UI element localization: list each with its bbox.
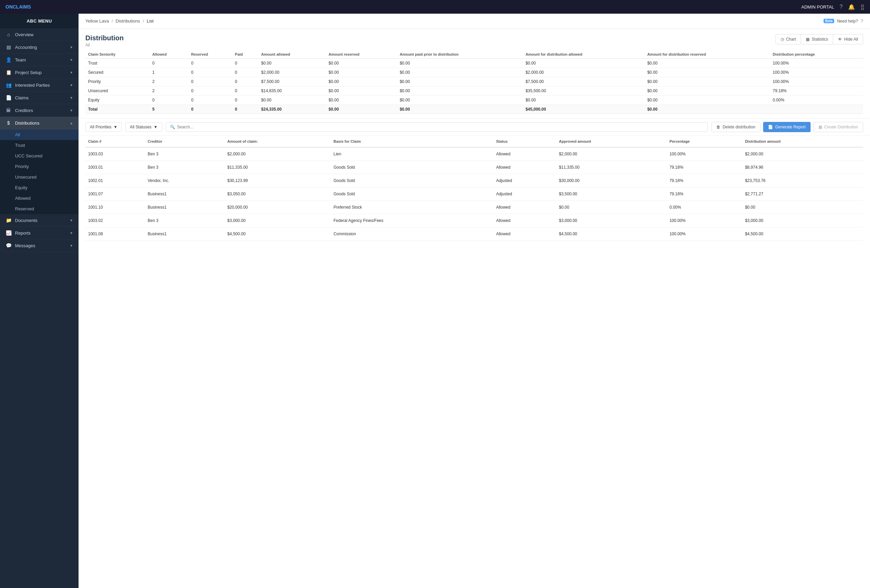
- create-label: Create Distribution: [824, 125, 858, 130]
- cell-dist-reserved: $0.00: [645, 86, 770, 95]
- cell-pct: 100.00%: [667, 147, 742, 161]
- breadcrumb-sep-2: /: [143, 18, 144, 24]
- breadcrumb-yellow-lava[interactable]: Yellow Lava: [85, 18, 109, 24]
- cell-dist-amt: $2,771.27: [742, 188, 863, 201]
- claims-col-creditor: Creditor: [145, 136, 224, 147]
- sidebar-item-project-setup[interactable]: 📋 Project Setup ▼: [0, 66, 79, 79]
- sidebar-item-team[interactable]: 👤 Team ▼: [0, 54, 79, 66]
- cell-approved: $2,000.00: [556, 147, 667, 161]
- search-box[interactable]: 🔍: [165, 122, 708, 132]
- interested-parties-icon: 👥: [6, 82, 12, 88]
- claims-col-basis: Basis for Claim: [331, 136, 493, 147]
- claims-table-row[interactable]: 1003.01 Ben 3 $11,335.00 Goods Sold Allo…: [85, 161, 863, 174]
- cell-seniority: Trust: [85, 59, 149, 68]
- priority-chevron-icon: ▼: [113, 125, 118, 130]
- claims-table-row[interactable]: 1001.07 Business1 $3,050.00 Goods Sold A…: [85, 188, 863, 201]
- cell-status: Allowed: [493, 201, 556, 214]
- sidebar-subitem-allowed[interactable]: Allowed: [0, 193, 79, 204]
- status-filter[interactable]: All Statuses ▼: [125, 122, 162, 132]
- breadcrumb-help-icon[interactable]: ?: [861, 18, 863, 24]
- sidebar-item-messages[interactable]: 💬 Messages ▼: [0, 240, 79, 252]
- claims-table-row[interactable]: 1001.08 Business1 $4,500.00 Commission A…: [85, 228, 863, 241]
- sidebar-item-accounting[interactable]: ▤ Accounting ▼: [0, 41, 79, 54]
- sidebar-item-interested-parties[interactable]: 👥 Interested Parties ▼: [0, 79, 79, 91]
- delete-distribution-button[interactable]: 🗑 Delete distribution: [711, 122, 760, 132]
- sidebar-subitem-unsecured[interactable]: Unsecured: [0, 172, 79, 182]
- sidebar-subitem-priority[interactable]: Priority: [0, 161, 79, 172]
- page-subtitle: All: [85, 43, 863, 48]
- claims-col-dist-amt: Distribution amount: [742, 136, 863, 147]
- sidebar-item-reports[interactable]: 📈 Reports ▼: [0, 227, 79, 240]
- generate-icon: 📄: [768, 125, 773, 130]
- generate-report-button[interactable]: 📄 Generate Report: [763, 122, 810, 132]
- cell-claim-num: 1001.07: [85, 188, 145, 201]
- cell-amt-reserved: $0.00: [326, 105, 397, 114]
- cell-dist-reserved: $0.00: [645, 105, 770, 114]
- cell-dist-amt: $0.00: [742, 201, 863, 214]
- sidebar-item-creditors[interactable]: 🏛 Creditors ▼: [0, 104, 79, 117]
- cell-amt-reserved: $0.00: [326, 59, 397, 68]
- cell-basis: Goods Sold: [331, 161, 493, 174]
- cell-dist-amt: $23,753.76: [742, 174, 863, 188]
- notification-icon[interactable]: 🔔: [848, 4, 855, 10]
- cell-reserved: 0: [188, 68, 232, 77]
- sidebar-subitem-trust[interactable]: Trust: [0, 140, 79, 150]
- priority-filter[interactable]: All Priorities ▼: [85, 122, 122, 132]
- sidebar-item-documents[interactable]: 📁 Documents ▼: [0, 214, 79, 227]
- col-paid: Paid: [232, 50, 258, 59]
- summary-table-row: Equity 0 0 0 $0.00 $0.00 $0.00 $0.00 $0.…: [85, 95, 863, 105]
- cell-basis: Federal Agency Fines/Fees: [331, 214, 493, 228]
- claims-table-row[interactable]: 1002.01 Vendor, Inc. $30,123.99 Goods So…: [85, 174, 863, 188]
- status-filter-label: All Statuses: [130, 125, 151, 130]
- sidebar-subitem-ucc-secured[interactable]: UCC Secured: [0, 150, 79, 161]
- cell-dist-reserved: $0.00: [645, 95, 770, 105]
- col-claim-seniority: Claim Seniority: [85, 50, 149, 59]
- cell-creditor: Ben 3: [145, 214, 224, 228]
- sidebar-label-interested-parties: Interested Parties: [15, 83, 50, 88]
- hide-all-button[interactable]: 👁 Hide All: [833, 34, 863, 45]
- cell-status: Adjusted: [493, 174, 556, 188]
- statistics-icon: ▦: [806, 37, 810, 42]
- cell-reserved: 0: [188, 77, 232, 86]
- cell-paid: 0: [232, 59, 258, 68]
- grid-icon[interactable]: ⣿: [860, 4, 864, 10]
- delete-label: Delete distribution: [723, 125, 755, 130]
- cell-dist-allowed: $35,500.00: [523, 86, 645, 95]
- chart-button[interactable]: ◷ Chart: [775, 34, 801, 45]
- cell-amount: $11,335.00: [225, 161, 331, 174]
- cell-reserved: 0: [188, 95, 232, 105]
- breadcrumb-distributions[interactable]: Distributions: [116, 18, 140, 24]
- cell-dist-allowed: $0.00: [523, 59, 645, 68]
- cell-approved: $0.00: [556, 201, 667, 214]
- accounting-icon: ▤: [6, 45, 12, 50]
- cell-dist-reserved: $0.00: [645, 77, 770, 86]
- claims-table-row[interactable]: 1003.03 Ben 3 $2,000.00 Lien Allowed $2,…: [85, 147, 863, 161]
- sidebar-subitem-all[interactable]: All: [0, 130, 79, 140]
- summary-table-row: Trust 0 0 0 $0.00 $0.00 $0.00 $0.00 $0.0…: [85, 59, 863, 68]
- cell-allowed: 1: [149, 68, 188, 77]
- claims-col-num: Claim #: [85, 136, 145, 147]
- sidebar-title: ABC MENU: [0, 13, 79, 28]
- page-header: Distribution All ◷ Chart ▦ Statistics 👁 …: [79, 29, 870, 50]
- sidebar-subitem-reserved[interactable]: Reserved: [0, 204, 79, 214]
- cell-claim-num: 1003.03: [85, 147, 145, 161]
- sidebar-item-overview[interactable]: ⌂ Overview: [0, 28, 79, 41]
- create-distribution-button[interactable]: ▦ Create Distribution: [813, 122, 863, 132]
- help-icon[interactable]: ?: [840, 4, 843, 10]
- search-input[interactable]: [177, 125, 704, 130]
- sidebar-subitem-equity[interactable]: Equity: [0, 182, 79, 193]
- statistics-button[interactable]: ▦ Statistics: [801, 34, 833, 45]
- cell-dist-pct: 100.00%: [770, 59, 863, 68]
- claims-section: Claim # Creditor Amount of claim: Basis …: [79, 136, 870, 588]
- cell-claim-num: 1003.02: [85, 214, 145, 228]
- chevron-messages: ▼: [70, 244, 73, 247]
- sidebar-item-claims[interactable]: 📄 Claims ▼: [0, 91, 79, 104]
- home-icon: ⌂: [6, 32, 12, 37]
- cell-status: Allowed: [493, 214, 556, 228]
- cell-seniority: Priority: [85, 77, 149, 86]
- sidebar-label-messages: Messages: [15, 243, 35, 248]
- claims-table-row[interactable]: 1001.10 Business1 $20,000.00 Preferred S…: [85, 201, 863, 214]
- cell-amt-allowed: $14,835.00: [258, 86, 326, 95]
- claims-table-row[interactable]: 1003.02 Ben 3 $3,000.00 Federal Agency F…: [85, 214, 863, 228]
- sidebar-item-distributions[interactable]: $ Distributions ▲: [0, 117, 79, 130]
